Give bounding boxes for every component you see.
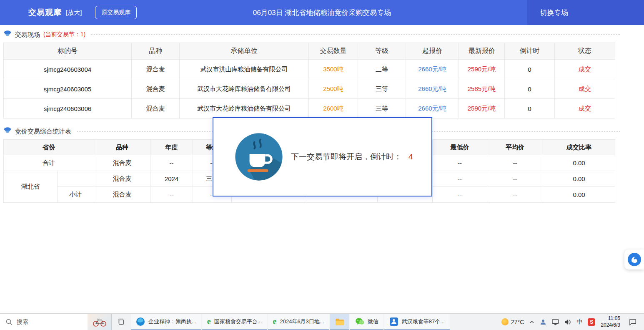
deal-ratio: 0.00 xyxy=(543,155,615,171)
quantity: 2600吨 xyxy=(309,99,358,118)
top-header-bar: 交易观摩 [放大] 原交易观摩 06月03日 湖北省地储粮油竞价采购交易专场 切… xyxy=(0,0,644,25)
col-header: 承储单位 xyxy=(180,43,309,60)
system-tray: 27°C 中 S 11:05 2024/6/3 xyxy=(501,314,644,330)
volume-icon[interactable] xyxy=(564,319,571,325)
modal-message-row: 下一交易节即将开启，倒计时： 4 xyxy=(291,151,413,162)
taskbar-app-label: 武汉粮食等87个... xyxy=(402,318,445,325)
col-header: 最低价 xyxy=(433,140,487,155)
modal-message: 下一交易节即将开启，倒计时： xyxy=(291,151,402,162)
year: -- xyxy=(150,187,193,203)
weather-sun-icon xyxy=(501,318,509,325)
countdown: 0 xyxy=(505,60,555,79)
start-price: 2660元/吨 xyxy=(406,99,459,118)
taskbar-app-file-explorer[interactable] xyxy=(330,314,349,330)
year: 2024 xyxy=(150,171,193,187)
taskbar-app-june3-session[interactable]: e 2024年6月3日地... xyxy=(268,314,329,330)
start-price: 2660元/吨 xyxy=(406,79,459,99)
stats-section-title: 竞价交易综合统计表 xyxy=(15,128,71,136)
taskbar-apps: 企业精神：崇尚执... e 国家粮食交易平台... e 2024年6月3日地..… xyxy=(131,314,451,330)
col-header: 标的号 xyxy=(4,43,132,60)
service-icon xyxy=(627,252,641,267)
sogou-input-icon[interactable]: S xyxy=(588,318,595,326)
ie-green-icon: e xyxy=(207,317,211,326)
countdown: 0 xyxy=(505,79,555,99)
taskbar-app-wechat[interactable]: 微信 xyxy=(350,314,383,330)
grade: 三等 xyxy=(358,60,406,79)
modal-countdown: 4 xyxy=(408,152,413,161)
col-header: 等级 xyxy=(358,43,406,60)
col-header: 平均价 xyxy=(487,140,543,155)
min-price: -- xyxy=(433,155,487,171)
wechat-icon xyxy=(355,317,364,326)
latest-price: 2585元/吨 xyxy=(459,79,505,99)
table-row: sjmcg240603005 混合麦 武汉市大花岭库粮油储备有限公司 2500吨… xyxy=(4,79,615,99)
ime-indicator[interactable]: 中 xyxy=(576,318,582,326)
clock-date: 2024/6/3 xyxy=(601,322,620,329)
status: 成交 xyxy=(555,79,615,99)
section-icon xyxy=(3,30,12,39)
weather-widget[interactable]: 27°C xyxy=(501,318,524,325)
latest-price: 2590元/吨 xyxy=(459,99,505,118)
avg-price: -- xyxy=(487,187,543,203)
col-header: 最新报价 xyxy=(459,43,505,60)
live-section-header: 交易现场 (当前交易节：1) xyxy=(3,28,620,42)
taskbar-app-label: 微信 xyxy=(368,318,378,325)
live-section-title: 交易现场 xyxy=(15,31,40,39)
next-session-modal: 下一交易节即将开启，倒计时： 4 xyxy=(213,117,432,196)
depot: 武汉市洪山库粮油储备有限公司 xyxy=(180,60,309,79)
taskbar-app-enterprise[interactable]: 企业精神：崇尚执... xyxy=(131,314,201,330)
clock-widget[interactable]: 11:05 2024/6/3 xyxy=(601,315,620,328)
depot: 武汉市大花岭库粮油储备有限公司 xyxy=(180,79,309,99)
coffee-cup-icon xyxy=(234,132,283,181)
col-header: 状态 xyxy=(555,43,615,60)
search-placeholder: 搜索 xyxy=(17,318,88,326)
variety: 混合麦 xyxy=(132,99,180,118)
current-session-note: (当前交易节：1) xyxy=(43,31,85,38)
zoom-link[interactable]: [放大] xyxy=(66,9,82,17)
windows-taskbar: 搜索 企业精神：崇尚执... e 国家粮食交易平台... xyxy=(0,313,644,330)
taskbar-app-label: 企业精神：崇尚执... xyxy=(148,318,196,325)
col-header: 省份 xyxy=(4,140,94,155)
app-blue-icon xyxy=(389,317,398,326)
people-icon[interactable] xyxy=(540,319,546,325)
province: 湖北省 xyxy=(4,171,58,203)
switch-session-button[interactable]: 切换专场 xyxy=(527,0,644,25)
weather-temp: 27°C xyxy=(511,319,524,325)
section-icon xyxy=(3,127,12,136)
quantity: 3500吨 xyxy=(309,60,358,79)
hidden-icons-chevron[interactable] xyxy=(529,320,534,325)
province-sub xyxy=(58,171,94,187)
folder-icon xyxy=(335,318,344,325)
network-icon[interactable] xyxy=(552,319,559,325)
dotted-divider xyxy=(91,34,620,35)
action-center-button[interactable] xyxy=(626,319,640,325)
taskbar-search[interactable]: 搜索 xyxy=(0,314,112,330)
original-view-button[interactable]: 原交易观摩 xyxy=(95,6,137,19)
col-header: 品种 xyxy=(132,43,180,60)
variety: 混合麦 xyxy=(94,187,150,203)
avg-price: -- xyxy=(487,171,543,187)
live-trading-table: 标的号 品种 承储单位 交易数量 等级 起报价 最新报价 倒计时 状态 sjmc… xyxy=(3,43,615,118)
variety: 混合麦 xyxy=(132,79,180,99)
avg-price: -- xyxy=(487,155,543,171)
taskbar-app-wuhan-grain[interactable]: 武汉粮食等87个... xyxy=(384,314,450,330)
table-row: sjmcg240603004 混合麦 武汉市洪山库粮油储备有限公司 3500吨 … xyxy=(4,60,615,79)
min-price: -- xyxy=(433,171,487,187)
lot-id: sjmcg240603006 xyxy=(4,99,132,118)
service-float-button[interactable] xyxy=(624,249,644,270)
app-title: 交易观摩 xyxy=(28,7,62,18)
year: -- xyxy=(150,155,193,171)
table-header-row: 标的号 品种 承储单位 交易数量 等级 起报价 最新报价 倒计时 状态 xyxy=(4,43,615,60)
status: 成交 xyxy=(555,60,615,79)
table-row: sjmcg240603006 混合麦 武汉市大花岭库粮油储备有限公司 2600吨… xyxy=(4,99,615,118)
bicycle-icon xyxy=(93,317,107,327)
quantity: 2500吨 xyxy=(309,79,358,99)
deal-ratio: 0.00 xyxy=(543,171,615,187)
task-view-button[interactable] xyxy=(112,314,131,330)
min-price: -- xyxy=(433,187,487,203)
taskbar-app-grain-platform[interactable]: e 国家粮食交易平台... xyxy=(202,314,267,330)
ie-green-icon: e xyxy=(273,317,277,326)
variety: 混合麦 xyxy=(132,60,180,79)
search-highlight-image[interactable] xyxy=(88,314,111,330)
grade: 三等 xyxy=(358,79,406,99)
